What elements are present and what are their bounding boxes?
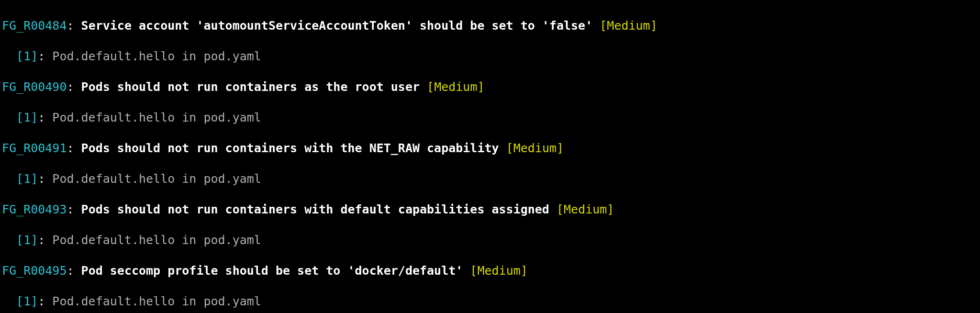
colon: : xyxy=(67,141,81,155)
severity-text: Medium xyxy=(477,264,520,278)
colon: : xyxy=(67,19,81,33)
location-index: [1] xyxy=(16,172,38,186)
location-line: [1]: Pod.default.hello in pod.yaml xyxy=(2,233,978,248)
severity-text: Medium xyxy=(434,80,477,94)
location-line: [1]: Pod.default.hello in pod.yaml xyxy=(2,49,978,64)
colon: : xyxy=(67,264,81,278)
rule-id: FG_R00490 xyxy=(2,80,67,94)
terminal-output: FG_R00484: Service account 'automountSer… xyxy=(0,0,980,313)
location-path: Pod.default.hello in pod.yaml xyxy=(52,233,261,247)
colon: : xyxy=(67,80,81,94)
rule-title: Pods should not run containers as the ro… xyxy=(81,80,420,94)
colon: : xyxy=(38,294,52,308)
location-line: [1]: Pod.default.hello in pod.yaml xyxy=(2,110,978,125)
rule-title: Service account 'automountServiceAccount… xyxy=(81,19,593,33)
location-path: Pod.default.hello in pod.yaml xyxy=(52,111,261,124)
severity-text: Medium xyxy=(513,141,557,155)
location-index: [1] xyxy=(16,111,38,124)
colon: : xyxy=(38,233,52,247)
rule-title: Pods should not run containers with defa… xyxy=(81,202,549,216)
rule-line: FG_R00490: Pods should not run container… xyxy=(2,79,978,95)
severity-badge: [Medium] xyxy=(427,80,484,94)
location-index: [1] xyxy=(16,49,38,63)
rule-line: FG_R00493: Pods should not run container… xyxy=(2,202,978,217)
severity-badge: [Medium] xyxy=(470,264,527,278)
colon: : xyxy=(38,172,52,186)
colon: : xyxy=(38,49,52,63)
rule-id: FG_R00484 xyxy=(2,19,67,33)
location-path: Pod.default.hello in pod.yaml xyxy=(52,294,261,308)
rule-line: FG_R00495: Pod seccomp profile should be… xyxy=(2,263,978,279)
location-index: [1] xyxy=(16,233,38,247)
rule-id: FG_R00493 xyxy=(2,202,67,216)
severity-text: Medium xyxy=(607,19,650,33)
colon: : xyxy=(38,111,52,124)
rule-title: Pod seccomp profile should be set to 'do… xyxy=(81,264,463,278)
location-line: [1]: Pod.default.hello in pod.yaml xyxy=(2,171,978,187)
severity-text: Medium xyxy=(564,202,607,216)
rule-line: FG_R00491: Pods should not run container… xyxy=(2,141,978,156)
rule-id: FG_R00495 xyxy=(2,264,67,278)
rule-id: FG_R00491 xyxy=(2,141,67,155)
location-path: Pod.default.hello in pod.yaml xyxy=(52,49,261,63)
colon: : xyxy=(67,202,81,216)
rule-title: Pods should not run containers with the … xyxy=(81,141,499,155)
severity-badge: [Medium] xyxy=(506,141,564,155)
location-index: [1] xyxy=(16,294,38,308)
severity-badge: [Medium] xyxy=(600,19,657,33)
location-path: Pod.default.hello in pod.yaml xyxy=(52,172,261,186)
location-line: [1]: Pod.default.hello in pod.yaml xyxy=(2,294,978,309)
severity-badge: [Medium] xyxy=(557,202,614,216)
rule-line: FG_R00484: Service account 'automountSer… xyxy=(2,18,978,34)
